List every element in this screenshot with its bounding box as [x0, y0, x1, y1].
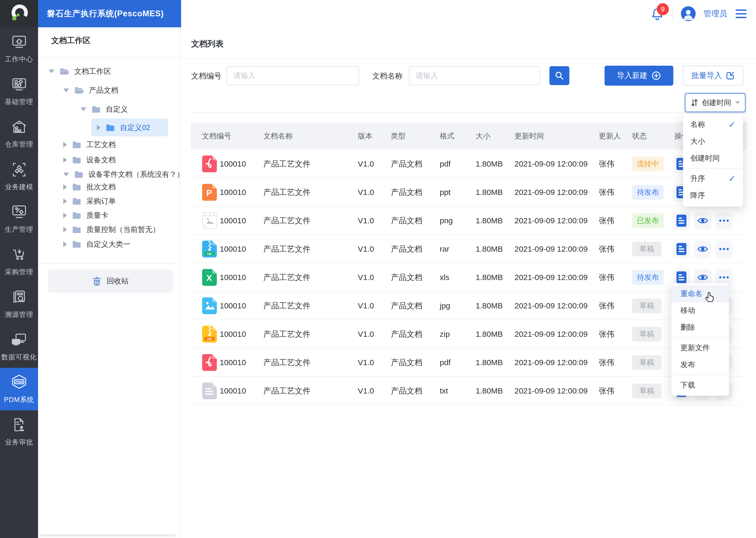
caret-icon[interactable]: [63, 227, 67, 233]
sort-order-option[interactable]: 降序 ✓: [683, 187, 743, 204]
nav-rail-item-production[interactable]: 生产管理: [0, 197, 38, 240]
folder-icon: [72, 156, 81, 164]
cell-updated-by: 张伟: [599, 235, 615, 263]
tree-node-3[interactable]: 自定义: [38, 102, 180, 117]
doc-name-filter-label: 文档名称: [372, 71, 403, 81]
caret-icon[interactable]: [63, 242, 67, 247]
notification-button[interactable]: 9: [650, 6, 665, 21]
folder-icon: [106, 124, 115, 131]
table-row-4[interactable]: rar 100010 产品工艺文件 V1.0 产品文档 rar 1.80MB 2…: [191, 235, 747, 263]
cell-doc-name: 产品工艺文件: [263, 235, 310, 263]
nav-rail-item-approval[interactable]: 业务审批: [0, 410, 38, 453]
import-new-button[interactable]: 导入新建: [604, 66, 673, 86]
cell-doc-no: 100010: [220, 178, 246, 206]
table-row-3[interactable]: 100010 产品工艺文件 V1.0 产品文档 png 1.80MB 2021-…: [191, 206, 747, 235]
tree-node-1[interactable]: 文档工作区: [38, 64, 180, 79]
caret-icon[interactable]: [63, 213, 67, 218]
workbench-icon: [11, 34, 27, 51]
tree-node-4[interactable]: 自定义02: [38, 120, 180, 135]
approval-icon: [11, 417, 27, 435]
doc-name-input[interactable]: [409, 66, 540, 85]
doc-no-filter-label: 文档编号: [191, 71, 221, 81]
column-header-version: 版本: [358, 123, 372, 150]
context-menu-item[interactable]: 更新文件: [672, 340, 729, 356]
tree-node-9[interactable]: 采购订单: [38, 194, 180, 209]
sort-button[interactable]: 创建时间: [685, 93, 745, 112]
more-button[interactable]: [716, 213, 732, 229]
detail-button[interactable]: [673, 213, 689, 229]
status-badge: 流转中: [632, 157, 664, 171]
nav-rail-item-trace[interactable]: 溯源管理: [0, 283, 38, 325]
caret-icon[interactable]: [63, 184, 67, 190]
cell-doc-no: 100010: [220, 292, 246, 320]
document-icon: [677, 243, 686, 255]
table-row-6[interactable]: 100010 产品工艺文件 V1.0 产品文档 jpg 1.80MB 2021-…: [191, 292, 747, 320]
caret-icon[interactable]: [63, 88, 69, 92]
nav-rail-label: 数据可视化: [1, 352, 37, 362]
cell-format: zip: [440, 320, 450, 348]
context-menu-item[interactable]: 重命名: [672, 285, 729, 302]
table-row-5[interactable]: X 100010 产品工艺文件 V1.0 产品文档 xls 1.80MB 202…: [191, 263, 747, 292]
tabs-divider: [191, 112, 747, 113]
nav-rail-item-warehouse[interactable]: 仓库管理: [0, 112, 38, 155]
tree-node-2[interactable]: 产品文档: [38, 83, 180, 98]
caret-icon[interactable]: [63, 198, 67, 204]
preview-button[interactable]: [694, 213, 711, 229]
warehouse-icon: [11, 119, 27, 136]
nav-rail-item-pdm[interactable]: PDM PDM系统: [0, 368, 38, 410]
user-name[interactable]: 管理员: [703, 8, 727, 19]
status-badge: 待发布: [632, 270, 664, 285]
table-row-2[interactable]: P 100010 产品工艺文件 V1.0 产品文档 ppt 1.80MB 202…: [191, 178, 747, 206]
tree-node-12[interactable]: 自定义大类一: [38, 237, 180, 252]
app-logo[interactable]: [0, 0, 38, 27]
sort-field-option[interactable]: 名称 ✓: [683, 116, 743, 133]
tree-node-6[interactable]: 设备文档: [38, 153, 180, 167]
caret-icon[interactable]: [63, 157, 67, 163]
tree-node-5[interactable]: 工艺文档: [38, 137, 180, 152]
batch-import-button[interactable]: 批量导入: [683, 66, 743, 86]
context-menu-item-label: 更新文件: [681, 343, 710, 353]
sort-order-option[interactable]: 升序 ✓: [683, 170, 743, 187]
eye-icon: [697, 273, 708, 281]
cell-version: V1.0: [358, 150, 374, 178]
more-button[interactable]: [716, 241, 732, 257]
horizontal-scrollbar[interactable]: [40, 534, 176, 536]
tree-node-11[interactable]: 质量控制（当前暂无）: [38, 222, 180, 237]
tree-node-label: 质量卡: [86, 210, 109, 220]
column-header-doc-name: 文档名称: [263, 123, 293, 150]
caret-icon[interactable]: [97, 125, 101, 131]
doc-no-input[interactable]: [226, 66, 359, 85]
document-icon: [677, 271, 686, 284]
preview-button[interactable]: [694, 241, 711, 257]
panel-divider: [181, 58, 756, 59]
caret-icon[interactable]: [63, 173, 69, 176]
nav-rail-item-base-mgmt[interactable]: 基础管理: [0, 70, 38, 112]
recycle-bin-button[interactable]: 回收站: [48, 270, 173, 293]
nav-rail-item-workbench[interactable]: 工作中心: [0, 27, 38, 70]
table-row-7[interactable]: zip 100010 产品工艺文件 V1.0 产品文档 zip 1.80MB 2…: [191, 320, 747, 348]
nav-rail-item-modeling[interactable]: 业务建模: [0, 155, 38, 197]
folder-icon: [72, 241, 81, 248]
table-row-1[interactable]: 100010 产品工艺文件 V1.0 产品文档 pdf 1.80MB 2021-…: [191, 150, 747, 178]
cell-type: 产品文档: [391, 235, 422, 263]
caret-icon[interactable]: [49, 70, 54, 73]
table-row-9[interactable]: 100010 产品工艺文件 V1.0 产品文档 txt 1.80MB 2021-…: [191, 377, 747, 405]
caret-icon[interactable]: [80, 107, 86, 111]
tree-node-8[interactable]: 批次文档: [38, 180, 180, 194]
context-menu-item[interactable]: 移动: [672, 302, 729, 319]
detail-button[interactable]: [673, 241, 689, 257]
sort-field-option[interactable]: 创建时间 ✓: [683, 150, 743, 167]
context-menu-item[interactable]: 下载: [672, 377, 729, 394]
context-menu-item[interactable]: 删除: [672, 319, 729, 336]
nav-rail-item-data-vis[interactable]: 数据可视化: [0, 325, 38, 368]
search-button[interactable]: [549, 66, 569, 85]
cell-doc-name: 产品工艺文件: [263, 292, 310, 320]
user-avatar[interactable]: [681, 6, 696, 21]
context-menu-item[interactable]: 发布: [672, 356, 729, 373]
nav-rail-item-procurement[interactable]: 采购管理: [0, 240, 38, 283]
caret-icon[interactable]: [63, 142, 67, 148]
table-row-8[interactable]: 100010 产品工艺文件 V1.0 产品文档 pdf 1.80MB 2021-…: [191, 348, 747, 377]
tree-node-10[interactable]: 质量卡: [38, 208, 180, 223]
menu-icon[interactable]: [735, 8, 747, 20]
sort-field-option[interactable]: 大小 ✓: [683, 133, 743, 150]
